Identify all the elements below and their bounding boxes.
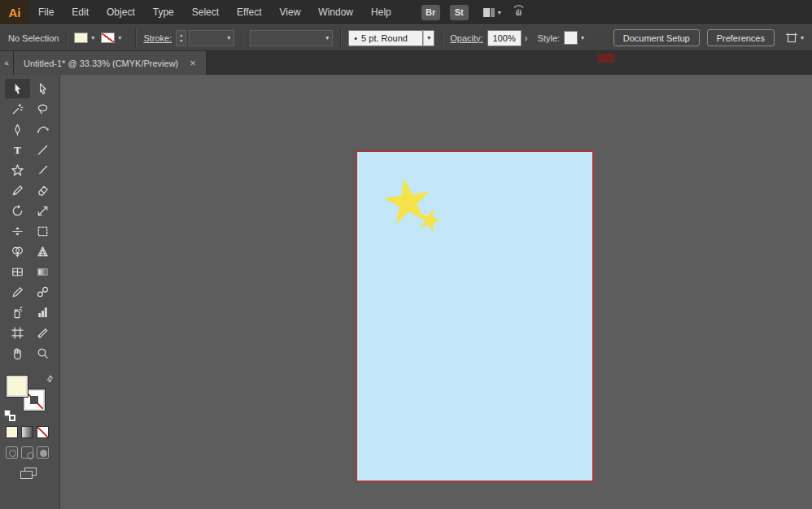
- opacity-panel-link[interactable]: Opacity:: [450, 33, 482, 43]
- stepper-down-icon: ▾: [180, 38, 182, 44]
- document-setup-button[interactable]: Document Setup: [613, 29, 700, 46]
- chevron-down-icon: ▾: [88, 30, 98, 46]
- fill-color-swatch[interactable]: ▾: [74, 30, 98, 46]
- share-screen-icon[interactable]: [511, 3, 526, 21]
- stroke-weight-stepper[interactable]: ▴ ▾: [176, 30, 186, 46]
- shape-builder-tool[interactable]: [5, 241, 30, 261]
- document-tab[interactable]: Untitled-1* @ 33.33% (CMYK/Preview) ×: [14, 51, 207, 75]
- collapse-panel-button[interactable]: «: [0, 51, 14, 75]
- selection-icon: [11, 82, 24, 96]
- menu-file[interactable]: File: [29, 0, 63, 24]
- color-button[interactable]: [6, 426, 18, 438]
- mesh-tool[interactable]: [5, 262, 30, 281]
- chevron-down-icon[interactable]: ▾: [578, 30, 587, 46]
- divider: [442, 29, 443, 47]
- canvas: [60, 75, 812, 509]
- document-tabbar: « Untitled-1* @ 33.33% (CMYK/Preview) ×: [0, 51, 812, 75]
- stroke-panel-link[interactable]: Stroke:: [143, 33, 172, 43]
- paintbrush-tool[interactable]: [30, 160, 55, 180]
- direct-selection-tool[interactable]: [30, 79, 55, 98]
- chevron-down-icon: ▾: [115, 30, 124, 46]
- line-segment-tool[interactable]: [30, 140, 55, 159]
- menu-help[interactable]: Help: [362, 0, 400, 24]
- menu-object[interactable]: Object: [98, 0, 144, 24]
- stroke-color-swatch[interactable]: ▾: [101, 30, 124, 46]
- menu-type[interactable]: Type: [144, 0, 183, 24]
- app-logo: Ai: [0, 0, 29, 24]
- close-tab-icon[interactable]: ×: [190, 57, 196, 69]
- brush-definition-select[interactable]: • 5 pt. Round: [348, 30, 423, 46]
- menu-select[interactable]: Select: [183, 0, 228, 24]
- gradient-button[interactable]: [21, 426, 33, 438]
- slice-tool[interactable]: [30, 323, 55, 342]
- eyedropper-tool[interactable]: [5, 282, 30, 302]
- selection-tool[interactable]: [5, 79, 30, 98]
- menu-view[interactable]: View: [271, 0, 310, 24]
- blend-tool[interactable]: [30, 282, 55, 302]
- curvature-tool[interactable]: [30, 120, 55, 139]
- opacity-panel-arrow-icon[interactable]: ›: [525, 33, 528, 44]
- none-button[interactable]: [37, 426, 49, 438]
- draw-behind-button[interactable]: [21, 446, 33, 459]
- symbol-sprayer-tool[interactable]: [5, 302, 30, 322]
- menubar-right: Br St ▾: [421, 3, 526, 21]
- zoom-tool[interactable]: [30, 343, 55, 363]
- free-transform-tool[interactable]: [30, 221, 55, 241]
- pencil-icon: [11, 184, 24, 198]
- star-shape-tool[interactable]: [5, 160, 30, 180]
- pencil-tool[interactable]: [5, 181, 30, 200]
- menu-effect[interactable]: Effect: [228, 0, 270, 24]
- fill-indicator[interactable]: [7, 376, 28, 397]
- opacity-input[interactable]: 100%: [487, 30, 522, 46]
- bridge-button[interactable]: Br: [421, 5, 440, 20]
- swap-fill-stroke-icon[interactable]: ⇄: [44, 373, 55, 385]
- eyedropper-icon: [11, 285, 24, 299]
- magic-wand-tool[interactable]: [5, 99, 30, 119]
- perspective-grid-tool[interactable]: [30, 241, 55, 261]
- draw-normal-button[interactable]: [6, 446, 18, 459]
- divider: [135, 29, 136, 47]
- direct-selection-icon: [36, 82, 50, 96]
- artboard-tool[interactable]: [5, 323, 30, 342]
- shape-builder-icon: [11, 245, 24, 259]
- pen-tool[interactable]: [5, 120, 30, 139]
- stroke-none-swatch-icon: [101, 33, 115, 43]
- screen-mode-button[interactable]: [20, 467, 37, 483]
- chevron-down-icon: ▾: [322, 30, 332, 46]
- eraser-tool[interactable]: [30, 181, 55, 200]
- menu-edit[interactable]: Edit: [63, 0, 98, 24]
- rotate-icon: [11, 204, 24, 218]
- divider: [242, 29, 242, 47]
- workspace-switcher[interactable]: ▾: [483, 8, 501, 17]
- paintbrush-icon: [36, 163, 50, 177]
- symbol-sprayer-icon: [11, 306, 24, 320]
- lasso-tool[interactable]: [30, 99, 55, 119]
- artboard-options-icon: [785, 33, 798, 44]
- rotate-tool[interactable]: [5, 201, 30, 220]
- preferences-button[interactable]: Preferences: [707, 29, 775, 46]
- menubar: Ai File Edit Object Type Select Effect V…: [0, 0, 812, 24]
- scale-tool[interactable]: [30, 201, 55, 220]
- artboard[interactable]: [356, 150, 594, 482]
- draw-inside-button[interactable]: [37, 446, 49, 459]
- tool-grid: T: [0, 79, 59, 363]
- variable-width-profile-select[interactable]: ▾: [250, 30, 333, 46]
- zoom-icon: [36, 346, 50, 360]
- stock-button[interactable]: St: [450, 5, 469, 20]
- brush-chevron-down-icon[interactable]: ▾: [423, 30, 434, 46]
- gradient-tool[interactable]: [30, 262, 55, 281]
- stroke-weight-select[interactable]: ▾: [189, 30, 234, 46]
- artboard-icon: [11, 326, 24, 340]
- control-panel-menu[interactable]: ▾: [785, 33, 804, 44]
- style-select[interactable]: [564, 31, 578, 45]
- type-tool[interactable]: T: [5, 140, 30, 159]
- width-tool[interactable]: [5, 221, 30, 241]
- paint-buttons: [6, 426, 49, 438]
- small-star[interactable]: [416, 205, 445, 233]
- menu-window[interactable]: Window: [309, 0, 362, 24]
- hand-tool[interactable]: [5, 343, 30, 363]
- column-graph-tool[interactable]: [30, 302, 55, 322]
- fill-swatch-icon: [74, 33, 88, 43]
- default-fill-stroke-icon[interactable]: [4, 410, 15, 421]
- lasso-icon: [36, 102, 50, 116]
